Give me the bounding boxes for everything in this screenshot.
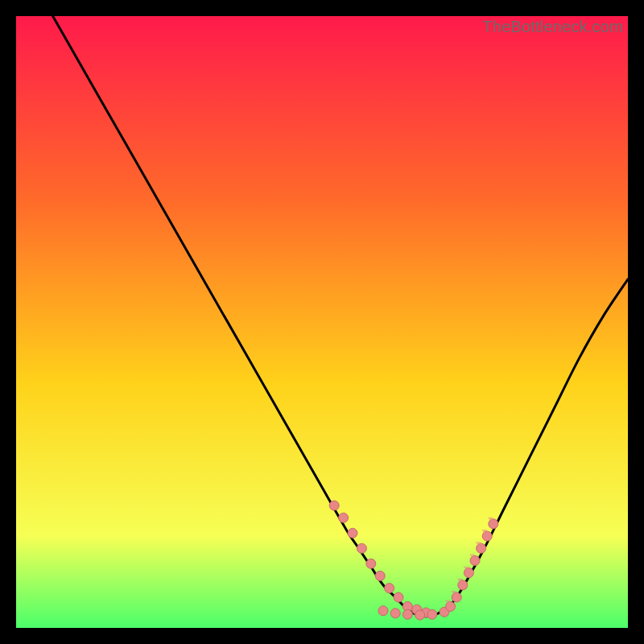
left-cluster-point [357,543,366,553]
left-cluster-point [385,584,394,593]
chart-background [16,16,628,628]
valley-cluster-point [427,609,437,619]
watermark-label: TheBottleneck.com [482,18,623,36]
valley-cluster-point [378,606,388,616]
chart-frame: TheBottleneck.com [16,16,628,628]
left-cluster-point [348,528,357,538]
left-cluster-point [366,559,376,568]
left-cluster-point [375,571,385,580]
left-cluster-point [329,501,339,510]
bottleneck-chart [16,16,628,628]
left-cluster-point [339,513,349,522]
valley-cluster-point [390,609,400,618]
left-cluster-point [394,592,403,602]
valley-cluster-point [402,609,412,619]
valley-cluster-point [415,610,425,620]
